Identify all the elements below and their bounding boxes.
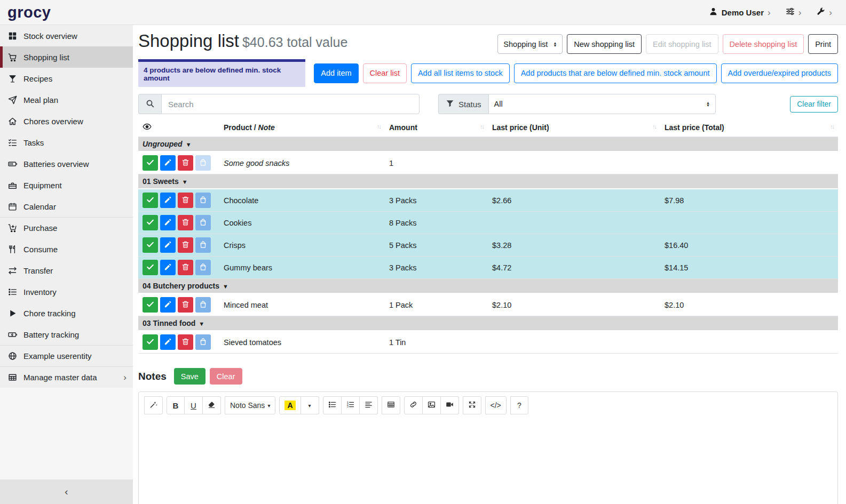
shopping-list-select[interactable]: Shopping list ▲▼: [497, 34, 563, 54]
insert-picture-button[interactable]: [423, 396, 441, 414]
clear-formatting-button[interactable]: [203, 396, 221, 414]
underline-button[interactable]: U: [185, 396, 203, 414]
delete-item-button[interactable]: [178, 155, 193, 171]
group-header-03-tinned-food[interactable]: 03 Tinned food▼: [138, 316, 838, 331]
edit-shopping-list-button[interactable]: Edit shopping list: [646, 34, 718, 54]
code-view-button[interactable]: </>: [485, 396, 507, 414]
sidebar-item-tasks[interactable]: Tasks: [0, 132, 133, 153]
admin-menu[interactable]: ›: [816, 7, 832, 18]
font-color-caret-button[interactable]: ▾: [301, 396, 319, 414]
list-item-sieved-tomatoes: Sieved tomatoes1 Tin: [138, 331, 838, 354]
sidebar-item-equipment[interactable]: Equipment: [0, 174, 133, 196]
edit-item-button[interactable]: [160, 297, 176, 313]
add-to-stock-button[interactable]: [195, 215, 211, 230]
delete-item-button[interactable]: [178, 215, 193, 230]
mark-done-button[interactable]: [143, 297, 158, 313]
edit-item-button[interactable]: [160, 237, 176, 253]
notes-clear-button[interactable]: Clear: [210, 368, 242, 385]
mark-done-button[interactable]: [143, 260, 158, 275]
sidebar-item-purchase[interactable]: Purchase: [0, 217, 133, 238]
style-button[interactable]: [144, 396, 163, 414]
sidebar-item-transfer[interactable]: Transfer: [0, 260, 133, 281]
total-price-column-header[interactable]: Last price (Total)↑↓: [660, 119, 838, 137]
sidebar-item-recipes[interactable]: Recipes: [0, 68, 133, 89]
user-menu[interactable]: Demo User ›: [709, 7, 771, 18]
delete-item-button[interactable]: [178, 334, 193, 350]
add-all-to-stock-button[interactable]: Add all list items to stock: [411, 63, 510, 83]
app-logo[interactable]: grocy: [0, 4, 133, 21]
font-color-button[interactable]: A: [279, 396, 301, 414]
font-family-select[interactable]: Noto Sans▾: [225, 396, 275, 414]
sort-icon[interactable]: ↑↓: [377, 123, 381, 130]
clear-filter-button[interactable]: Clear filter: [790, 96, 838, 113]
unordered-list-button[interactable]: [323, 396, 342, 414]
mark-done-button[interactable]: [143, 155, 158, 171]
edit-item-button[interactable]: [160, 260, 176, 275]
paragraph-style-button[interactable]: [360, 396, 378, 414]
sidebar-item-chores-overview[interactable]: Chores overview: [0, 110, 133, 132]
add-to-stock-button[interactable]: [195, 155, 211, 171]
sidebar-item-calendar[interactable]: Calendar: [0, 196, 133, 217]
notes-editor-area[interactable]: [139, 419, 837, 504]
sidebar-item-label: Tasks: [23, 138, 44, 147]
sidebar-item-battery-tracking[interactable]: Battery tracking: [0, 324, 133, 345]
amount-value: 3 Packs: [385, 257, 488, 279]
add-item-button[interactable]: Add item: [314, 63, 358, 83]
sidebar-item-inventory[interactable]: Inventory: [0, 281, 133, 302]
edit-item-button[interactable]: [160, 193, 176, 208]
mark-done-button[interactable]: [143, 334, 158, 350]
status-select[interactable]: All ▲▼: [488, 94, 716, 114]
edit-item-button[interactable]: [160, 155, 176, 171]
amount-column-header[interactable]: Amount↑↓: [385, 119, 488, 137]
sidebar-item-shopping-list[interactable]: Shopping list: [0, 46, 133, 68]
insert-table-button[interactable]: [382, 396, 400, 414]
shopping-list-select-value: Shopping list: [503, 40, 548, 49]
clear-list-button[interactable]: Clear list: [363, 63, 407, 83]
sidebar-collapse-button[interactable]: ‹: [0, 479, 133, 504]
unit-price-column-header[interactable]: Last price (Unit)↑↓: [488, 119, 660, 137]
help-button[interactable]: ?: [510, 396, 528, 414]
ordered-list-button[interactable]: 123: [342, 396, 360, 414]
delete-item-button[interactable]: [178, 260, 193, 275]
sidebar-item-batteries-overview[interactable]: Batteries overview: [0, 153, 133, 174]
delete-item-button[interactable]: [178, 193, 193, 208]
insert-link-button[interactable]: [404, 396, 423, 414]
sidebar-item-meal-plan[interactable]: Meal plan: [0, 89, 133, 110]
mark-done-button[interactable]: [143, 193, 158, 208]
sidebar-item-stock-overview[interactable]: Stock overview: [0, 25, 133, 46]
notes-save-button[interactable]: Save: [174, 368, 205, 385]
group-header-01-sweets[interactable]: 01 Sweets▼: [138, 174, 838, 189]
sort-icon[interactable]: ↑↓: [830, 123, 834, 130]
new-shopping-list-button[interactable]: New shopping list: [567, 34, 642, 54]
sidebar-item-example-userentity[interactable]: Example userentity: [0, 345, 133, 366]
print-button[interactable]: Print: [808, 34, 838, 54]
trash-icon: [181, 158, 189, 168]
add-to-stock-button[interactable]: [195, 237, 211, 253]
fullscreen-button[interactable]: [463, 396, 481, 414]
product-column-header[interactable]: Product / Note↑↓: [219, 119, 385, 137]
add-to-stock-button[interactable]: [195, 193, 211, 208]
sort-icon[interactable]: ↑↓: [652, 123, 656, 130]
edit-item-button[interactable]: [160, 334, 176, 350]
sidebar-item-chore-tracking[interactable]: Chore tracking: [0, 302, 133, 324]
search-input[interactable]: [161, 94, 420, 114]
delete-shopping-list-button[interactable]: Delete shopping list: [723, 34, 804, 54]
add-to-stock-button[interactable]: [195, 297, 211, 313]
sidebar-item-consume[interactable]: Consume: [0, 238, 133, 260]
sidebar-item-manage-master-data[interactable]: Manage master data›: [0, 366, 133, 388]
add-to-stock-button[interactable]: [195, 334, 211, 350]
mark-done-button[interactable]: [143, 237, 158, 253]
mark-done-button[interactable]: [143, 215, 158, 230]
edit-item-button[interactable]: [160, 215, 176, 230]
group-header-04-butchery-products[interactable]: 04 Butchery products▼: [138, 279, 838, 294]
settings-menu[interactable]: ›: [786, 7, 802, 18]
add-below-min-stock-button[interactable]: Add products that are below defined min.…: [514, 63, 717, 83]
delete-item-button[interactable]: [178, 297, 193, 313]
delete-item-button[interactable]: [178, 237, 193, 253]
add-to-stock-button[interactable]: [195, 260, 211, 275]
insert-video-button[interactable]: [441, 396, 459, 414]
sort-icon[interactable]: ↑↓: [480, 123, 484, 130]
group-header-ungrouped[interactable]: Ungrouped▼: [138, 137, 838, 152]
add-overdue-button[interactable]: Add overdue/expired products: [721, 63, 838, 83]
bold-button[interactable]: B: [167, 396, 185, 414]
